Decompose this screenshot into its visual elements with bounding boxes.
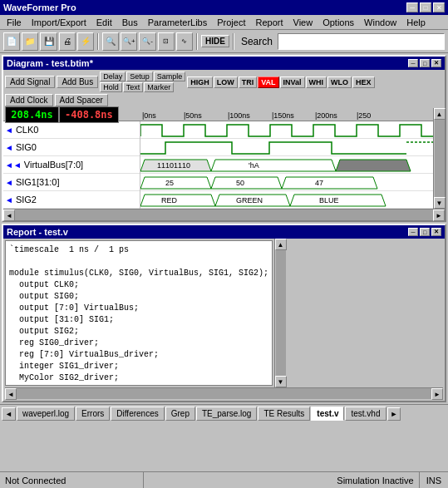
status-connection: Not Connected [0, 472, 144, 488]
scroll-down-btn[interactable]: ▼ [434, 197, 446, 209]
menu-file[interactable]: File [2, 17, 27, 28]
tab-differences[interactable]: Differences [111, 407, 164, 421]
save-btn[interactable]: 💾 [40, 32, 57, 51]
diagram-close-btn[interactable]: ✕ [431, 59, 441, 67]
wlo-btn[interactable]: WLO [327, 76, 352, 88]
svg-text:BLUE: BLUE [319, 196, 339, 205]
waveform-btn[interactable]: ∿ [176, 32, 193, 51]
inval-btn[interactable]: INVal [280, 76, 305, 88]
tab-scroll-right[interactable]: ► [387, 407, 401, 421]
tab-scroll-left[interactable]: ◄ [2, 407, 16, 421]
add-signal-btn[interactable]: Add Signal [5, 76, 55, 88]
scroll-up-btn[interactable]: ▲ [434, 108, 446, 120]
tab-grep[interactable]: Grep [165, 407, 195, 421]
open-btn[interactable]: 📁 [22, 32, 38, 51]
code-line-2: module stimulus(CLK0, SIG0, VirtualBus, … [9, 268, 268, 279]
menu-bus[interactable]: Bus [117, 17, 143, 28]
tool5[interactable]: ⚡ [77, 32, 94, 51]
val-btn[interactable]: VAL [258, 76, 278, 88]
search-label: Search [238, 36, 276, 47]
scroll-track[interactable] [435, 120, 445, 197]
arrow-0[interactable]: ◄ [5, 126, 13, 135]
add-spacer-btn[interactable]: Add Spacer [55, 94, 108, 106]
report-title-bar: Report - test.v ─ □ ✕ [3, 225, 445, 239]
tab-te-parse[interactable]: TE_parse.log [196, 407, 257, 421]
new-btn[interactable]: 📄 [3, 32, 20, 51]
add-bus-btn[interactable]: Add Bus [57, 76, 98, 88]
tab-errors[interactable]: Errors [76, 407, 110, 421]
hscroll-right-btn[interactable]: ► [433, 209, 445, 221]
rep-hscroll-left[interactable]: ◄ [5, 388, 17, 400]
time-ruler: |0ns |50ns |100ns |150ns |200ns |250 [140, 108, 433, 121]
menu-options[interactable]: Options [318, 17, 359, 28]
tab-test-vhd[interactable]: test.vhd [345, 407, 386, 421]
svg-marker-12 [140, 195, 215, 206]
signal-row-2: ◄◄ VirtualBus[7:0] [3, 156, 140, 174]
menu-report[interactable]: Report [251, 17, 288, 28]
wave-clk0 [140, 121, 433, 139]
svg-marker-6 [140, 177, 211, 189]
svg-text:50: 50 [236, 179, 244, 187]
hide-button[interactable]: HIDE [201, 35, 229, 47]
zoom-fit-btn[interactable]: ⊡ [158, 32, 175, 51]
ins-indicator[interactable]: INS [419, 472, 448, 488]
code-line-10: integer SIG1_driver; [9, 361, 268, 372]
report-scroll-down-btn[interactable]: ▼ [275, 376, 287, 387]
high-btn[interactable]: HIGH [187, 76, 213, 88]
text-btn[interactable]: Text [123, 82, 144, 92]
menu-view[interactable]: View [288, 17, 318, 28]
tab-te-results[interactable]: TE Results [258, 407, 310, 421]
hscroll-track[interactable] [15, 209, 433, 220]
sample-marker-btn[interactable]: Sample [154, 71, 186, 81]
maximize-btn[interactable]: □ [420, 2, 431, 12]
report-hscrollbar: ◄ ► [5, 387, 443, 399]
delay-hold-btn[interactable]: Delay [100, 71, 126, 81]
menu-project[interactable]: Project [212, 17, 250, 28]
report-scroll-up-btn[interactable]: ▲ [275, 239, 287, 250]
minimize-btn[interactable]: ─ [406, 2, 418, 12]
tab-test-v[interactable]: test.v [311, 407, 344, 421]
diagram-minimize-btn[interactable]: ─ [408, 59, 418, 67]
zoom-in2-btn[interactable]: 🔍+ [121, 32, 137, 51]
whi-btn[interactable]: WHI [306, 76, 327, 88]
hold-btn[interactable]: Hold [100, 82, 122, 92]
marker-btn[interactable]: Marker [144, 82, 174, 92]
svg-text:25: 25 [165, 179, 174, 187]
hex-btn[interactable]: HEX [352, 76, 375, 88]
low-btn[interactable]: LOW [214, 76, 238, 88]
search-input[interactable] [278, 33, 445, 50]
arrow-2[interactable]: ◄◄ [5, 160, 22, 170]
report-scroll-track[interactable] [276, 250, 286, 376]
sig0-wave [140, 139, 433, 156]
arrow-3[interactable]: ◄ [5, 178, 13, 187]
menu-window[interactable]: Window [359, 17, 401, 28]
menu-edit[interactable]: Edit [91, 17, 117, 28]
rep-hscroll-track[interactable] [17, 388, 431, 399]
menu-help[interactable]: Help [401, 17, 431, 28]
report-minimize-btn[interactable]: ─ [408, 228, 418, 236]
report-maximize-btn[interactable]: □ [420, 228, 430, 236]
print-btn[interactable]: 🖨 [59, 32, 76, 51]
report-vscrollbar: ▲ ▼ [274, 239, 286, 387]
tri-btn[interactable]: TRI [239, 76, 258, 88]
zoom-in-btn[interactable]: 🔍 [102, 32, 119, 51]
code-line-11: MyColor SIG2_driver; [9, 372, 268, 384]
time1-display: 208.4ns [5, 106, 59, 123]
zoom-out-btn[interactable]: 🔍- [139, 32, 155, 51]
tab-waveperl[interactable]: waveperl.log [17, 407, 75, 421]
diagram-title-controls: ─ □ ✕ [408, 59, 441, 67]
diagram-maximize-btn[interactable]: □ [420, 59, 430, 67]
svg-marker-3 [211, 160, 336, 171]
menu-parameterlibs[interactable]: ParameterLibs [143, 17, 213, 28]
add-clock-btn[interactable]: Add Clock [5, 94, 53, 106]
setup-text-btn[interactable]: Setup [126, 71, 153, 81]
report-close-btn[interactable]: ✕ [431, 228, 441, 236]
rep-hscroll-right[interactable]: ► [431, 388, 443, 400]
menu-import-export[interactable]: Import/Export [27, 17, 91, 28]
report-content[interactable]: `timescale 1 ns / 1 ps module stimulus(C… [5, 240, 273, 386]
arrow-1[interactable]: ◄ [5, 143, 13, 152]
status-bar: Not Connected Simulation Inactive INS [0, 471, 448, 488]
close-btn[interactable]: ✕ [433, 2, 445, 12]
hscroll-left-btn[interactable]: ◄ [3, 209, 15, 221]
arrow-4[interactable]: ◄ [5, 195, 13, 205]
